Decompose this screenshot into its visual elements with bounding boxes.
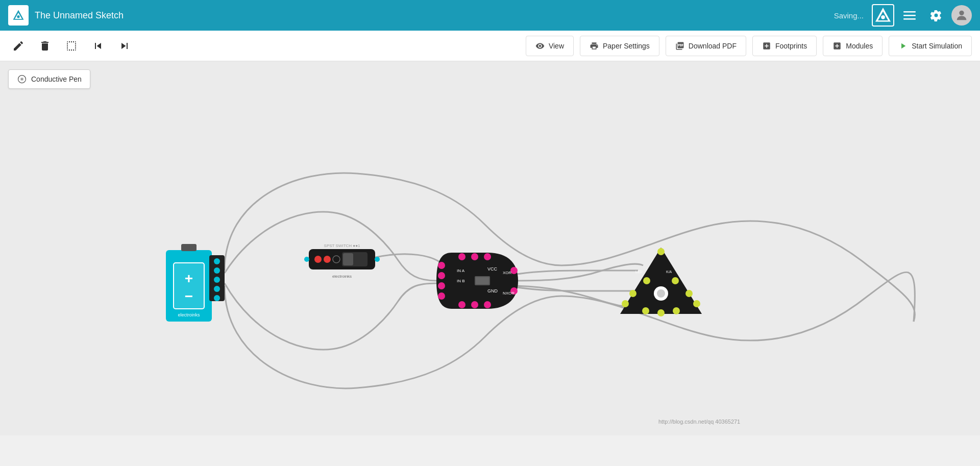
svg-point-26 <box>214 295 220 301</box>
footprints-label: Footprints <box>775 42 807 50</box>
svg-point-41 <box>458 253 465 260</box>
svg-point-44 <box>458 301 465 308</box>
menu-button[interactable] <box>898 4 921 27</box>
svg-text:SPST SWITCH ●●1: SPST SWITCH ●●1 <box>324 243 360 248</box>
pdf-icon <box>675 41 684 51</box>
start-simulation-label: Start Simulation <box>912 42 962 50</box>
go-forward-button[interactable] <box>112 34 137 58</box>
svg-point-30 <box>333 256 340 263</box>
svg-point-37 <box>438 262 445 269</box>
svg-rect-56 <box>476 277 489 284</box>
svg-point-63 <box>657 309 665 316</box>
svg-rect-32 <box>343 253 353 265</box>
circuit-diagram: + − electroinks <box>0 61 980 435</box>
settings-button[interactable] <box>925 4 947 27</box>
svg-point-59 <box>622 300 629 307</box>
logo-area: The Unnamed Sketch <box>8 5 124 26</box>
draw-tool-button[interactable] <box>6 34 31 58</box>
svg-text:NXOR: NXOR <box>503 291 514 296</box>
svg-text:IN B: IN B <box>457 279 465 283</box>
svg-text:electroinks: electroinks <box>178 312 200 317</box>
saving-indicator: Saving... <box>834 11 864 20</box>
svg-point-29 <box>324 256 331 263</box>
footprints-button[interactable]: Footprints <box>752 36 817 56</box>
svg-point-36 <box>375 257 380 262</box>
svg-text:LED: LED <box>635 270 643 274</box>
svg-point-45 <box>471 301 478 308</box>
svg-point-28 <box>314 256 322 263</box>
svg-point-57 <box>657 248 665 255</box>
svg-point-46 <box>484 301 491 308</box>
svg-point-65 <box>643 277 650 284</box>
svg-point-43 <box>484 253 491 260</box>
svg-point-23 <box>214 267 220 274</box>
modules-label: Modules <box>846 42 873 50</box>
pencil-icon <box>12 40 24 52</box>
app-header: The Unnamed Sketch Saving... <box>0 0 980 31</box>
svg-text:+: + <box>185 271 193 286</box>
plus-icon-footprints <box>762 41 771 51</box>
header-right: Saving... <box>834 4 972 27</box>
toolbar: View Paper Settings Download PDF Footpri… <box>0 31 980 61</box>
eye-icon <box>535 41 545 51</box>
svg-rect-6 <box>903 11 916 13</box>
svg-point-66 <box>672 277 679 284</box>
svg-point-2 <box>17 15 19 18</box>
svg-text:XOR: XOR <box>503 271 512 275</box>
svg-point-9 <box>959 11 964 15</box>
tinkercad-logo-icon <box>11 8 26 22</box>
modules-button[interactable]: Modules <box>823 36 883 56</box>
svg-point-38 <box>438 272 445 279</box>
circuit-canvas[interactable]: Conductive Pen + − <box>0 61 980 435</box>
view-label: View <box>549 42 564 50</box>
svg-point-25 <box>214 286 220 292</box>
svg-text:K/A: K/A <box>666 270 672 274</box>
skip-forward-icon <box>118 40 131 52</box>
sketch-title: The Unnamed Sketch <box>35 10 124 21</box>
user-avatar-button[interactable] <box>951 5 972 26</box>
trash-icon <box>39 40 51 52</box>
go-back-button[interactable] <box>86 34 110 58</box>
svg-rect-14 <box>181 244 197 251</box>
download-pdf-label: Download PDF <box>689 42 737 50</box>
svg-point-24 <box>214 277 220 283</box>
svg-point-64 <box>673 307 680 314</box>
svg-text:http://blog.csdn.net/qq 403652: http://blog.csdn.net/qq 40365271 <box>658 419 740 425</box>
tinkercad-small-logo <box>873 5 893 26</box>
app-logo <box>8 5 29 26</box>
xor-component: IN A IN B VCC GND XOR NXOR <box>436 253 518 309</box>
svg-text:VCC: VCC <box>487 266 498 272</box>
svg-point-5 <box>881 15 885 19</box>
svg-point-39 <box>438 282 445 289</box>
view-button[interactable]: View <box>526 36 574 56</box>
triangle-led-component: LED K/A <box>620 248 702 316</box>
gear-icon <box>930 9 942 21</box>
svg-text:IN A: IN A <box>457 268 465 273</box>
user-avatar-icon <box>954 8 969 22</box>
delete-button[interactable] <box>33 34 57 58</box>
skip-back-icon <box>92 40 104 52</box>
svg-point-68 <box>657 289 665 298</box>
svg-point-62 <box>642 307 649 314</box>
start-simulation-button[interactable]: Start Simulation <box>889 36 972 56</box>
svg-rect-7 <box>903 15 916 16</box>
paper-settings-button[interactable]: Paper Settings <box>580 36 659 56</box>
pin-connector <box>209 255 225 301</box>
svg-point-42 <box>471 253 478 260</box>
spst-switch: SPST SWITCH ●●1 electroinks <box>304 243 380 279</box>
select-icon <box>65 40 78 52</box>
svg-text:−: − <box>185 288 193 304</box>
select-all-button[interactable] <box>59 34 84 58</box>
svg-rect-8 <box>903 18 916 20</box>
paper-settings-label: Paper Settings <box>603 42 650 50</box>
battery-component: + − electroinks <box>166 244 213 322</box>
svg-point-22 <box>214 258 220 264</box>
svg-point-40 <box>438 292 445 300</box>
svg-point-60 <box>685 290 693 297</box>
print-icon <box>590 41 599 51</box>
user-logo-btn[interactable] <box>872 4 894 27</box>
download-pdf-button[interactable]: Download PDF <box>666 36 746 56</box>
plus-icon-modules <box>832 41 842 51</box>
menu-icon <box>903 9 916 21</box>
svg-point-61 <box>693 300 700 307</box>
